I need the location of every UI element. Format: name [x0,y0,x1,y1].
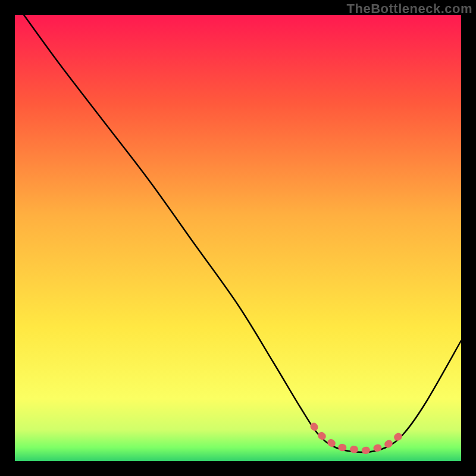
chart-frame: TheBottleneck.com [0,0,476,476]
bottleneck-chart [0,0,476,476]
watermark-text: TheBottleneck.com [347,1,472,17]
plot-area [15,15,461,461]
